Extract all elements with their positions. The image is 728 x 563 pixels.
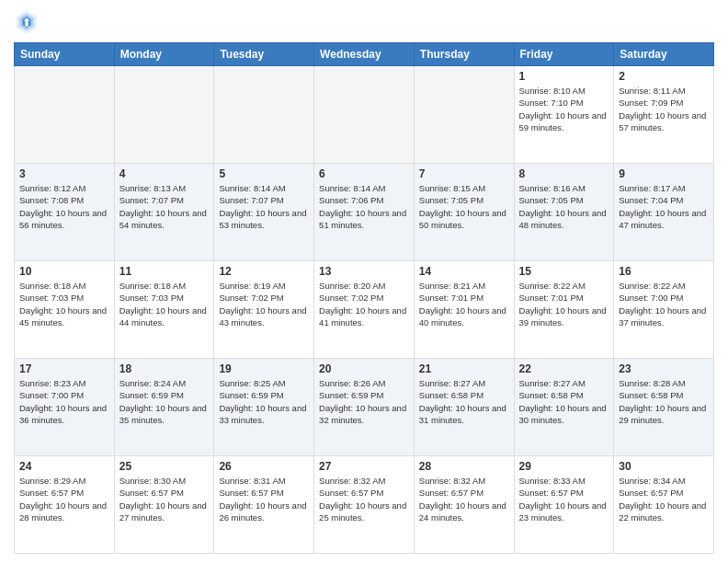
day-number: 3: [19, 167, 109, 180]
day-number: 2: [619, 70, 709, 83]
calendar-cell: 20Sunrise: 8:26 AM Sunset: 6:59 PM Dayli…: [314, 359, 415, 456]
logo: [14, 9, 43, 35]
day-info: Sunrise: 8:27 AM Sunset: 6:58 PM Dayligh…: [519, 377, 609, 426]
calendar-cell: 19Sunrise: 8:25 AM Sunset: 6:59 PM Dayli…: [214, 359, 314, 456]
day-info: Sunrise: 8:17 AM Sunset: 7:04 PM Dayligh…: [619, 182, 709, 231]
calendar-cell: 3Sunrise: 8:12 AM Sunset: 7:08 PM Daylig…: [15, 164, 115, 261]
header-monday: Monday: [114, 43, 214, 66]
calendar-week-1: 3Sunrise: 8:12 AM Sunset: 7:08 PM Daylig…: [15, 164, 714, 261]
day-info: Sunrise: 8:20 AM Sunset: 7:02 PM Dayligh…: [319, 280, 409, 328]
day-number: 6: [319, 167, 409, 180]
day-info: Sunrise: 8:26 AM Sunset: 6:59 PM Dayligh…: [319, 377, 409, 426]
calendar-cell: 27Sunrise: 8:32 AM Sunset: 6:57 PM Dayli…: [314, 456, 415, 554]
day-info: Sunrise: 8:22 AM Sunset: 7:01 PM Dayligh…: [519, 280, 609, 328]
day-number: 30: [619, 460, 709, 473]
day-info: Sunrise: 8:27 AM Sunset: 6:58 PM Dayligh…: [419, 377, 509, 426]
calendar-cell: 17Sunrise: 8:23 AM Sunset: 7:00 PM Dayli…: [15, 359, 115, 456]
day-number: 4: [119, 167, 210, 180]
day-number: 27: [319, 460, 409, 473]
day-info: Sunrise: 8:30 AM Sunset: 6:57 PM Dayligh…: [119, 475, 210, 523]
calendar-cell: 13Sunrise: 8:20 AM Sunset: 7:02 PM Dayli…: [314, 261, 415, 359]
calendar-cell: 22Sunrise: 8:27 AM Sunset: 6:58 PM Dayli…: [514, 359, 614, 456]
calendar-cell: 7Sunrise: 8:15 AM Sunset: 7:05 PM Daylig…: [414, 164, 514, 261]
day-info: Sunrise: 8:15 AM Sunset: 7:05 PM Dayligh…: [419, 182, 509, 231]
day-number: 12: [219, 265, 309, 278]
day-number: 25: [119, 460, 210, 473]
day-info: Sunrise: 8:14 AM Sunset: 7:07 PM Dayligh…: [219, 182, 309, 231]
calendar-cell: 26Sunrise: 8:31 AM Sunset: 6:57 PM Dayli…: [214, 456, 314, 554]
day-number: 24: [19, 460, 109, 473]
day-number: 28: [419, 460, 509, 473]
day-number: 8: [519, 167, 609, 180]
calendar-cell: [15, 66, 115, 164]
day-number: 17: [19, 362, 109, 375]
header-friday: Friday: [514, 43, 614, 66]
day-number: 1: [519, 70, 609, 83]
day-info: Sunrise: 8:29 AM Sunset: 6:57 PM Dayligh…: [19, 475, 109, 523]
page: Sunday Monday Tuesday Wednesday Thursday…: [0, 0, 728, 563]
calendar-cell: 16Sunrise: 8:22 AM Sunset: 7:00 PM Dayli…: [614, 261, 714, 359]
day-info: Sunrise: 8:32 AM Sunset: 6:57 PM Dayligh…: [419, 475, 509, 523]
day-info: Sunrise: 8:22 AM Sunset: 7:00 PM Dayligh…: [619, 280, 709, 328]
day-number: 16: [619, 265, 709, 278]
calendar-cell: 5Sunrise: 8:14 AM Sunset: 7:07 PM Daylig…: [214, 164, 314, 261]
calendar-cell: 10Sunrise: 8:18 AM Sunset: 7:03 PM Dayli…: [15, 261, 115, 359]
calendar-cell: 1Sunrise: 8:10 AM Sunset: 7:10 PM Daylig…: [514, 66, 614, 164]
calendar-cell: 18Sunrise: 8:24 AM Sunset: 6:59 PM Dayli…: [114, 359, 214, 456]
calendar-week-2: 10Sunrise: 8:18 AM Sunset: 7:03 PM Dayli…: [15, 261, 714, 359]
header-saturday: Saturday: [614, 43, 714, 66]
header-sunday: Sunday: [15, 43, 115, 66]
calendar-cell: 29Sunrise: 8:33 AM Sunset: 6:57 PM Dayli…: [514, 456, 614, 554]
day-number: 5: [219, 167, 309, 180]
calendar-cell: [114, 66, 214, 164]
calendar-cell: 30Sunrise: 8:34 AM Sunset: 6:57 PM Dayli…: [614, 456, 714, 554]
day-number: 29: [519, 460, 609, 473]
calendar-cell: 9Sunrise: 8:17 AM Sunset: 7:04 PM Daylig…: [614, 164, 714, 261]
day-number: 18: [119, 362, 210, 375]
calendar-cell: 21Sunrise: 8:27 AM Sunset: 6:58 PM Dayli…: [414, 359, 514, 456]
day-info: Sunrise: 8:28 AM Sunset: 6:58 PM Dayligh…: [619, 377, 709, 426]
header-thursday: Thursday: [414, 43, 514, 66]
day-number: 26: [219, 460, 309, 473]
calendar-cell: 8Sunrise: 8:16 AM Sunset: 7:05 PM Daylig…: [514, 164, 614, 261]
day-info: Sunrise: 8:18 AM Sunset: 7:03 PM Dayligh…: [19, 280, 109, 328]
calendar-cell: 23Sunrise: 8:28 AM Sunset: 6:58 PM Dayli…: [614, 359, 714, 456]
calendar-cell: 2Sunrise: 8:11 AM Sunset: 7:09 PM Daylig…: [614, 66, 714, 164]
day-info: Sunrise: 8:23 AM Sunset: 7:00 PM Dayligh…: [19, 377, 109, 426]
day-number: 20: [319, 362, 409, 375]
calendar-cell: [414, 66, 514, 164]
day-info: Sunrise: 8:34 AM Sunset: 6:57 PM Dayligh…: [619, 475, 709, 523]
calendar-cell: 14Sunrise: 8:21 AM Sunset: 7:01 PM Dayli…: [414, 261, 514, 359]
day-info: Sunrise: 8:24 AM Sunset: 6:59 PM Dayligh…: [119, 377, 210, 426]
day-info: Sunrise: 8:13 AM Sunset: 7:07 PM Dayligh…: [119, 182, 210, 231]
day-info: Sunrise: 8:33 AM Sunset: 6:57 PM Dayligh…: [519, 475, 609, 523]
day-info: Sunrise: 8:32 AM Sunset: 6:57 PM Dayligh…: [319, 475, 409, 523]
calendar-week-3: 17Sunrise: 8:23 AM Sunset: 7:00 PM Dayli…: [15, 359, 714, 456]
weekday-header-row: Sunday Monday Tuesday Wednesday Thursday…: [15, 43, 714, 66]
day-info: Sunrise: 8:19 AM Sunset: 7:02 PM Dayligh…: [219, 280, 309, 328]
day-number: 19: [219, 362, 309, 375]
day-number: 15: [519, 265, 609, 278]
day-number: 11: [119, 265, 210, 278]
calendar-cell: 4Sunrise: 8:13 AM Sunset: 7:07 PM Daylig…: [114, 164, 214, 261]
calendar-header: Sunday Monday Tuesday Wednesday Thursday…: [15, 43, 714, 66]
day-info: Sunrise: 8:31 AM Sunset: 6:57 PM Dayligh…: [219, 475, 309, 523]
day-info: Sunrise: 8:21 AM Sunset: 7:01 PM Dayligh…: [419, 280, 509, 328]
day-number: 7: [419, 167, 509, 180]
calendar-cell: 11Sunrise: 8:18 AM Sunset: 7:03 PM Dayli…: [114, 261, 214, 359]
calendar-week-4: 24Sunrise: 8:29 AM Sunset: 6:57 PM Dayli…: [15, 456, 714, 554]
calendar-week-0: 1Sunrise: 8:10 AM Sunset: 7:10 PM Daylig…: [15, 66, 714, 164]
calendar-cell: [214, 66, 314, 164]
calendar-cell: 28Sunrise: 8:32 AM Sunset: 6:57 PM Dayli…: [414, 456, 514, 554]
day-number: 21: [419, 362, 509, 375]
calendar-cell: [314, 66, 415, 164]
day-number: 22: [519, 362, 609, 375]
day-number: 13: [319, 265, 409, 278]
calendar-cell: 6Sunrise: 8:14 AM Sunset: 7:06 PM Daylig…: [314, 164, 415, 261]
day-info: Sunrise: 8:25 AM Sunset: 6:59 PM Dayligh…: [219, 377, 309, 426]
header-tuesday: Tuesday: [214, 43, 314, 66]
day-info: Sunrise: 8:11 AM Sunset: 7:09 PM Dayligh…: [619, 85, 709, 133]
calendar-cell: 15Sunrise: 8:22 AM Sunset: 7:01 PM Dayli…: [514, 261, 614, 359]
header: [14, 9, 714, 35]
calendar-cell: 25Sunrise: 8:30 AM Sunset: 6:57 PM Dayli…: [114, 456, 214, 554]
